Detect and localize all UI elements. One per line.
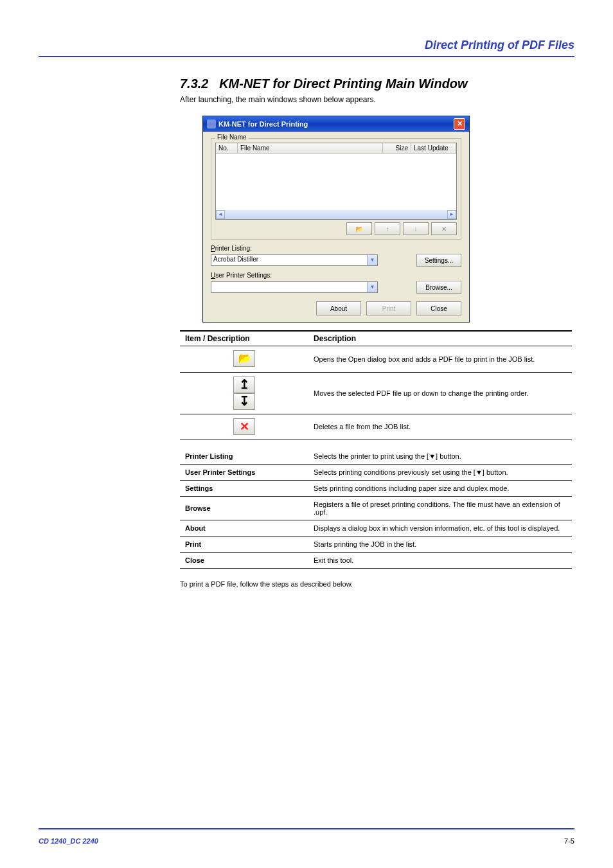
table-row: Printer Listing Selects the printer to p… bbox=[180, 448, 572, 465]
section-number: 7.3.2 bbox=[180, 76, 208, 91]
section-heading: 7.3.2 KM-NET for Direct Printing Main Wi… bbox=[180, 76, 574, 91]
row-key: User Printer Settings bbox=[180, 465, 308, 481]
chevron-down-icon[interactable]: ▼ bbox=[367, 255, 377, 265]
user-settings-combo[interactable]: ▼ bbox=[211, 281, 378, 293]
row-desc: Registers a file of preset printing cond… bbox=[308, 497, 572, 520]
footer-rule bbox=[39, 828, 574, 829]
row-key: Printer Listing bbox=[180, 448, 308, 465]
move-down-button[interactable]: ↓ bbox=[403, 222, 429, 235]
close-icon[interactable]: ✕ bbox=[454, 118, 465, 130]
group-label: File Name bbox=[215, 134, 249, 141]
scroll-right-icon[interactable]: ► bbox=[447, 210, 456, 219]
table-row: ✕ Deletes a file from the JOB list. bbox=[180, 414, 572, 439]
row-desc: Moves the selected PDF file up or down t… bbox=[308, 373, 572, 414]
section-subtitle: After launching, the main windows shown … bbox=[180, 95, 574, 104]
row-desc: Starts printing the JOB in the list. bbox=[308, 536, 572, 553]
row-desc: Deletes a file from the JOB list. bbox=[308, 414, 572, 439]
window-title: KM-NET for Direct Printing bbox=[218, 120, 308, 128]
col-size[interactable]: Size bbox=[383, 143, 411, 153]
dialog-window: KM-NET for Direct Printing ✕ File Name N… bbox=[202, 116, 470, 323]
icon-description-table: Item / Description Description Opens the… bbox=[180, 330, 572, 439]
footer-page: 7-5 bbox=[564, 837, 574, 845]
horizontal-scrollbar[interactable]: ◄ ► bbox=[216, 210, 456, 219]
printer-listing-value: Acrobat Distiller bbox=[213, 256, 258, 263]
print-button[interactable]: Print bbox=[366, 301, 411, 315]
row-desc: Selects the printer to print using the [… bbox=[308, 448, 572, 465]
delete-button[interactable]: ✕ bbox=[431, 222, 457, 235]
table-header-desc: Description bbox=[308, 331, 572, 346]
table-row: Settings Sets printing conditions includ… bbox=[180, 481, 572, 497]
open-file-button[interactable]: 📂 bbox=[346, 222, 372, 235]
scroll-left-icon[interactable]: ◄ bbox=[216, 210, 225, 219]
table-row: User Printer Settings Selects printing c… bbox=[180, 465, 572, 481]
app-icon bbox=[207, 120, 216, 128]
row-desc: Displays a dialog box in which version i… bbox=[308, 520, 572, 536]
section-title: KM-NET for Direct Printing Main Window bbox=[219, 76, 467, 91]
about-button[interactable]: About bbox=[316, 301, 361, 315]
table-row: Browse Registers a file of preset printi… bbox=[180, 497, 572, 520]
table-row: Opens the Open dialog box and adds a PDF… bbox=[180, 346, 572, 373]
user-printer-settings-label: User Printer Settings: bbox=[211, 272, 461, 279]
close-button[interactable]: Close bbox=[416, 301, 461, 315]
delete-x-icon: ✕ bbox=[233, 418, 255, 435]
row-desc: Exit this tool. bbox=[308, 553, 572, 569]
table-header-item: Item / Description bbox=[180, 331, 308, 346]
row-key: Browse bbox=[180, 497, 308, 520]
printer-listing-combo[interactable]: Acrobat Distiller ▼ bbox=[211, 254, 378, 266]
header-rule bbox=[39, 56, 574, 57]
browse-button[interactable]: Browse... bbox=[416, 281, 461, 294]
row-key: Print bbox=[180, 536, 308, 553]
row-key: Settings bbox=[180, 481, 308, 497]
row-key: Close bbox=[180, 553, 308, 569]
row-desc: Selects printing conditions previously s… bbox=[308, 465, 572, 481]
file-listview[interactable]: No. File Name Size Last Update ◄ ► bbox=[215, 143, 457, 220]
printer-listing-label: Printer Listing: bbox=[211, 245, 461, 252]
item-description-table: Printer Listing Selects the printer to p… bbox=[180, 448, 572, 569]
file-name-group: File Name No. File Name Size Last Update… bbox=[211, 138, 461, 240]
folder-open-icon: 📂 bbox=[355, 226, 363, 233]
col-filename[interactable]: File Name bbox=[238, 143, 383, 153]
folder-open-icon bbox=[233, 350, 255, 367]
running-header: Direct Printing of PDF Files bbox=[39, 39, 574, 52]
footer-product: CD 1240_DC 2240 bbox=[39, 837, 98, 845]
row-desc: Sets printing conditions including paper… bbox=[308, 481, 572, 497]
x-icon: ✕ bbox=[441, 226, 447, 233]
col-lastupdate[interactable]: Last Update bbox=[411, 143, 456, 153]
arrow-down-icon: ↧ bbox=[233, 393, 255, 410]
chevron-down-icon[interactable]: ▼ bbox=[367, 282, 377, 292]
table-row: About Displays a dialog box in which ver… bbox=[180, 520, 572, 536]
instruction-note: To print a PDF file, follow the steps as… bbox=[180, 580, 572, 588]
row-key: About bbox=[180, 520, 308, 536]
table-row: Close Exit this tool. bbox=[180, 553, 572, 569]
arrow-up-icon: ↑ bbox=[386, 226, 389, 233]
col-no[interactable]: No. bbox=[216, 143, 238, 153]
arrow-up-icon: ↥ bbox=[233, 376, 255, 393]
row-desc: Opens the Open dialog box and adds a PDF… bbox=[308, 346, 572, 373]
move-up-button[interactable]: ↑ bbox=[375, 222, 400, 235]
settings-button[interactable]: Settings... bbox=[416, 254, 461, 267]
arrow-down-icon: ↓ bbox=[414, 226, 418, 233]
titlebar: KM-NET for Direct Printing ✕ bbox=[203, 116, 469, 132]
listview-header: No. File Name Size Last Update bbox=[216, 143, 456, 154]
table-row: ↥ ↧ Moves the selected PDF file up or do… bbox=[180, 373, 572, 414]
table-row: Print Starts printing the JOB in the lis… bbox=[180, 536, 572, 553]
